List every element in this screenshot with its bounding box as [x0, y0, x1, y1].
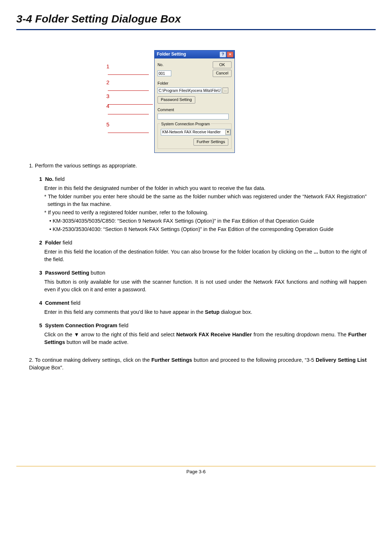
item1-note1: * The folder number you enter here shoul… [44, 193, 367, 208]
scp-group: System Connection Program KM-Network FAX… [158, 123, 232, 149]
item2-suffix: field [61, 240, 72, 246]
item5-name: System Connection Program [45, 323, 117, 328]
item1-bullet2: • KM-2530/3530/4030: “Section 8 Network … [49, 226, 367, 233]
folder-setting-dialog: Folder Setting ? × No. OK Cancel Folder … [154, 50, 235, 153]
item1-suffix: field [54, 176, 65, 182]
callout-5: 5 [106, 121, 109, 127]
callout-2: 2 [106, 79, 109, 85]
dialog-title-text: Folder Setting [157, 51, 186, 57]
step-1: 1. Perform the various settings as appro… [29, 162, 367, 170]
callout-4: 4 [106, 103, 109, 109]
item2-num: 2 [39, 240, 42, 246]
item4-num: 4 [39, 300, 42, 306]
callout-3: 3 [106, 93, 109, 99]
item1-num: 1 [39, 176, 42, 182]
item3-suffix: button [89, 270, 105, 276]
folder-label: Folder [158, 81, 232, 86]
no-label: No. [158, 62, 163, 68]
page-number: Page 3-6 [16, 469, 376, 475]
comment-label: Comment [158, 107, 232, 113]
footer-rule [16, 466, 376, 466]
no-input[interactable] [158, 70, 171, 76]
item2-desc: Enter in this field the location of the … [44, 248, 367, 263]
folder-input[interactable] [158, 88, 221, 93]
step-2: 2. To continue making delivery settings,… [29, 356, 367, 372]
scp-select-value: KM-Network FAX Receive Handler [162, 129, 221, 135]
item3-num: 3 [39, 270, 42, 276]
page-title: 3-4 Folder Setting Dialogue Box [16, 11, 376, 30]
callout-1: 1 [106, 63, 109, 69]
cancel-button[interactable]: Cancel [213, 70, 232, 77]
ok-button[interactable]: OK [213, 61, 232, 69]
item4-desc: Enter in this field any comments that yo… [44, 308, 367, 316]
further-settings-button[interactable]: Further Settings [193, 138, 228, 146]
item4-name: Comment [45, 300, 69, 306]
item2-name: Folder [45, 240, 61, 246]
item5-desc: Click on the ▼ arrow to the right of thi… [44, 331, 367, 346]
help-icon[interactable]: ? [220, 52, 226, 57]
item5-suffix: field [117, 323, 128, 328]
scp-select[interactable]: KM-Network FAX Receive Handler ▼ [161, 129, 231, 135]
item1-desc: Enter in this field the designated numbe… [44, 185, 367, 192]
scp-group-title: System Connection Program [160, 121, 211, 127]
item1-bullet1: • KM-3035/4035/5035/C850: “Section 9 Net… [49, 217, 367, 225]
close-icon[interactable]: × [227, 52, 233, 57]
chevron-down-icon: ▼ [225, 130, 230, 135]
item1-name: No. [45, 176, 53, 182]
item4-suffix: field [69, 300, 81, 306]
body-text: 1. Perform the various settings as appro… [29, 162, 367, 372]
item3-name: Password Setting [45, 270, 89, 276]
item1-note2: * If you need to verify a registered fol… [44, 209, 367, 216]
item3-desc: This button is only available for use wi… [44, 278, 367, 293]
dialog-titlebar: Folder Setting ? × [155, 50, 234, 58]
browse-button[interactable]: ... [222, 88, 228, 93]
dialog-figure: 1 2 3 4 5 Folder Setting ? × No. OK Canc… [154, 50, 260, 153]
comment-input[interactable] [158, 114, 229, 119]
item5-num: 5 [39, 323, 42, 328]
password-setting-button[interactable]: Password Setting [158, 96, 195, 104]
